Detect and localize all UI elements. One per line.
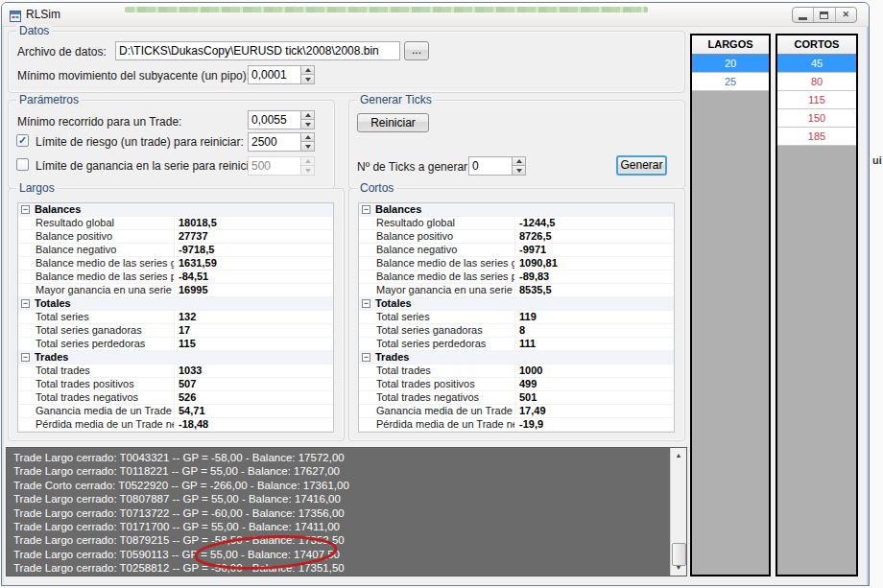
- reiniciar-button[interactable]: Reiniciar: [357, 113, 429, 132]
- log-line: Trade Largo cerrado: T0590113 -- GP = 55…: [13, 548, 667, 561]
- property-row[interactable]: Balance medio de las series ganad1090,81: [359, 257, 674, 270]
- property-label: Pérdida media de un Trade negativ: [359, 418, 515, 431]
- minimize-button[interactable]: [793, 8, 813, 22]
- spinner-down-button[interactable]: [300, 120, 315, 129]
- property-row[interactable]: Balance negativo-9718,5: [18, 244, 333, 257]
- property-row[interactable]: Balance medio de las series perde-89,83: [359, 270, 674, 284]
- property-value: -18,48: [175, 418, 333, 431]
- category-row[interactable]: −Totales: [359, 297, 674, 311]
- datos-groupbox: Datos: [8, 31, 685, 93]
- trade-log[interactable]: Trade Largo cerrado: T0043321 -- GP = -5…: [6, 447, 687, 576]
- category-label: Trades: [375, 351, 409, 364]
- side-grid-row[interactable]: 115: [777, 91, 856, 109]
- property-row[interactable]: Total series ganadoras8: [359, 324, 674, 338]
- property-label: Mayor ganancia en una serie: [18, 284, 175, 296]
- side-grid-row[interactable]: 150: [777, 109, 856, 128]
- side-grid-row[interactable]: 25: [692, 73, 769, 91]
- log-line: Trade Corto cerrado: T0522920 -- GP = -2…: [13, 479, 667, 492]
- browse-button[interactable]: ...: [404, 41, 429, 60]
- property-value: 17,49: [515, 405, 674, 417]
- minimo-input[interactable]: [248, 110, 301, 129]
- log-line: Trade Largo cerrado: T0879215 -- GP = -5…: [13, 533, 667, 547]
- side-grid-row[interactable]: 45: [777, 55, 856, 73]
- property-row[interactable]: Total series perdedoras115: [18, 338, 333, 351]
- property-row[interactable]: Pérdida media de un Trade negativ-18,48: [18, 418, 333, 432]
- property-label: Total series perdedoras: [359, 338, 515, 350]
- side-grid-row[interactable]: 20: [692, 55, 769, 73]
- property-row[interactable]: Total trades negativos501: [359, 391, 674, 405]
- property-value: -9971: [515, 244, 674, 256]
- property-label: Resultado global: [359, 217, 515, 229]
- spinner-down-button[interactable]: [300, 142, 315, 152]
- close-button[interactable]: ✕: [835, 8, 856, 22]
- property-row[interactable]: Balance medio de las series perde-84,51: [18, 270, 333, 284]
- property-row[interactable]: Total trades positivos507: [18, 378, 333, 391]
- app-icon: [10, 9, 21, 20]
- side-grid-row[interactable]: 185: [777, 128, 856, 146]
- category-row[interactable]: −Balances: [18, 203, 333, 217]
- property-row[interactable]: Total trades1000: [359, 365, 674, 378]
- property-value: 115: [175, 338, 333, 350]
- pipo-label: Mínimo movimiento del subyacente (un pip…: [17, 69, 250, 82]
- category-label: Totales: [35, 297, 71, 310]
- property-row[interactable]: Total series132: [18, 311, 333, 324]
- spinner-up-button[interactable]: [300, 132, 315, 142]
- title-bar[interactable]: RLSim ✕: [2, 3, 869, 27]
- property-row[interactable]: Balance positivo8726,5: [359, 230, 674, 244]
- category-row[interactable]: −Trades: [359, 351, 674, 365]
- side-grid-row[interactable]: 80: [777, 73, 856, 91]
- property-row[interactable]: Total trades negativos526: [18, 391, 333, 405]
- spinner-up-button[interactable]: [300, 65, 315, 75]
- category-row[interactable]: −Totales: [18, 297, 333, 311]
- spinner-up-button[interactable]: [512, 156, 526, 166]
- property-row[interactable]: Total series119: [359, 311, 674, 324]
- largos-property-grid[interactable]: −BalancesResultado global18018,5Balance …: [17, 202, 334, 433]
- property-row[interactable]: Mayor ganancia en una serie16995: [18, 284, 333, 297]
- property-row[interactable]: Total series ganadoras17: [18, 324, 333, 338]
- collapse-icon[interactable]: −: [21, 205, 30, 214]
- category-row[interactable]: −Balances: [359, 203, 674, 217]
- largos-side-grid[interactable]: LARGOS 2025: [690, 34, 771, 576]
- ganancia-checkbox[interactable]: [16, 158, 29, 171]
- cortos-side-grid[interactable]: CORTOS 4580115150185: [776, 34, 858, 576]
- property-label: Total trades positivos: [18, 378, 175, 390]
- spinner-down-button[interactable]: [512, 166, 526, 176]
- collapse-icon[interactable]: −: [21, 353, 30, 362]
- log-scrollbar[interactable]: ▲ ▼: [670, 448, 686, 576]
- category-row[interactable]: −Trades: [18, 351, 333, 365]
- riesgo-input[interactable]: [248, 132, 301, 152]
- riesgo-spin-buttons: [300, 132, 315, 152]
- ganancia-input: [248, 156, 301, 176]
- property-value: -84,51: [175, 270, 333, 283]
- caption-buttons: ✕: [792, 7, 857, 23]
- property-row[interactable]: Balance medio de las series ganad1631,59: [18, 257, 333, 270]
- spinner-up-button[interactable]: [300, 110, 315, 120]
- maximize-button[interactable]: [813, 8, 834, 22]
- property-row[interactable]: Total series perdedoras111: [359, 338, 674, 351]
- property-row[interactable]: Total trades positivos499: [359, 378, 674, 391]
- collapse-icon[interactable]: −: [21, 299, 30, 308]
- pipo-input[interactable]: [248, 65, 301, 84]
- log-line: Trade Largo cerrado: T0807887 -- GP = 55…: [13, 492, 667, 506]
- property-row[interactable]: Resultado global-1244,5: [359, 217, 674, 230]
- generar-button[interactable]: Generar: [616, 155, 667, 176]
- archivo-input[interactable]: [115, 41, 400, 60]
- property-row[interactable]: Ganancia media de un Trade positi54,71: [18, 405, 333, 418]
- nticks-input[interactable]: [468, 156, 513, 176]
- property-row[interactable]: Mayor ganancia en una serie8535,5: [359, 284, 674, 297]
- largos-legend: Largos: [16, 181, 58, 195]
- property-row[interactable]: Balance negativo-9971: [359, 244, 674, 257]
- collapse-icon[interactable]: −: [362, 353, 370, 362]
- property-row[interactable]: Resultado global18018,5: [18, 217, 333, 230]
- collapse-icon[interactable]: −: [362, 205, 370, 214]
- scroll-up-button[interactable]: ▲: [671, 448, 686, 463]
- riesgo-checkbox[interactable]: ✓: [16, 134, 29, 147]
- property-row[interactable]: Pérdida media de un Trade negativ-19,9: [359, 418, 674, 432]
- property-row[interactable]: Balance positivo27737: [18, 230, 333, 244]
- spinner-down-button[interactable]: [300, 75, 315, 84]
- collapse-icon[interactable]: −: [362, 299, 370, 308]
- property-row[interactable]: Ganancia media de un Trade positi17,49: [359, 405, 674, 418]
- property-row[interactable]: Total trades1033: [18, 365, 333, 378]
- scroll-down-button[interactable]: ▼: [671, 560, 686, 576]
- cortos-property-grid[interactable]: −BalancesResultado global-1244,5Balance …: [358, 202, 675, 433]
